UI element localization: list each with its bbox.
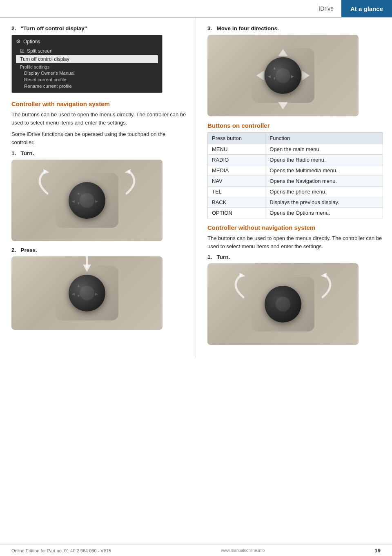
step1-nonav-title: Turn. [217, 254, 230, 260]
turn-right-arrow2-icon [318, 273, 339, 301]
step3-number: 3. [207, 25, 212, 31]
buttons-section-title: Buttons on controller [207, 122, 270, 129]
page-number: 19 [375, 547, 381, 554]
page-header: iDrive At a glance [0, 0, 392, 18]
button-name-cell: MENU [208, 144, 265, 155]
rename-profile-label: Rename current profile [24, 84, 72, 89]
svg-text:▲: ▲ [77, 284, 80, 288]
arrow-up-icon [278, 49, 288, 56]
svg-marker-5 [125, 169, 131, 174]
table-col2-header: Function [265, 133, 383, 144]
button-function-cell: Opens the Options menu. [265, 208, 383, 218]
display-manual-label: Display Owner's Manual [24, 71, 75, 76]
table-row: OPTIONOpens the Options menu. [208, 208, 383, 218]
step1-nonav-heading: 1. Turn. [207, 254, 383, 260]
svg-marker-7 [83, 265, 91, 272]
table-row: BACKDisplays the previous display. [208, 197, 383, 208]
table-row: NAVOpens the Navigation menu. [208, 176, 383, 187]
rename-profile-row: Rename current profile [16, 83, 158, 89]
press-down-arrow-icon [81, 256, 93, 273]
button-name-cell: OPTION [208, 208, 265, 218]
footer-text: Online Edition for Part no. 01 40 2 964 … [11, 548, 111, 553]
button-function-cell: Opens the phone menu. [265, 187, 383, 197]
split-screen-row: Split screen [16, 47, 158, 55]
button-name-cell: BACK [208, 197, 265, 208]
menu-title: Options [23, 39, 40, 44]
step1-number: 1. [11, 150, 16, 156]
button-name-cell: MEDIA [208, 165, 265, 176]
svg-text:▲: ▲ [77, 191, 80, 195]
left-column: 2. "Turn off control display" ⚙ Options … [0, 18, 196, 358]
svg-text:◀: ◀ [72, 199, 75, 203]
profile-section-text: Profile settings [20, 64, 49, 69]
page-footer: Online Edition for Part no. 01 40 2 964 … [0, 545, 392, 556]
svg-text:▶: ▶ [95, 292, 98, 296]
turn-left-arrow2-icon [227, 273, 247, 301]
table-row: RADIOOpens the Radio menu. [208, 155, 383, 165]
controller-knob-turn: ▲ ▼ ◀ ▶ [69, 182, 105, 219]
step2b-number: 2. [11, 247, 16, 253]
controller-nav-heading: Controller with navigation system [11, 100, 187, 107]
table-row: MENUOpen the main menu. [208, 144, 383, 155]
table-col1-header: Press button [208, 133, 265, 144]
svg-text:▼: ▼ [77, 294, 80, 298]
turn-off-label: Turn off control display [20, 56, 69, 62]
watermark-text: www.manualsonline.info [221, 548, 265, 553]
svg-text:▲: ▲ [273, 66, 276, 70]
menu-bar: ⚙ Options [16, 38, 158, 44]
profile-settings-label: Profile settings [16, 63, 158, 70]
body-text-1: The buttons can be used to open the menu… [11, 111, 187, 127]
controller-press-image: ▲ ▼ ◀ ▶ [11, 256, 163, 330]
idrive-label: iDrive [319, 5, 334, 12]
arrow-left-icon [256, 71, 264, 80]
controller-knob-press: ▲ ▼ ◀ ▶ [69, 275, 105, 311]
controller-no-nav-heading: Controller without navigation system [207, 224, 383, 231]
reset-profile-row: Reset current profile [16, 76, 158, 83]
buttons-section-heading: Buttons on controller [207, 122, 383, 129]
step3-heading: 3. Move in four directions. [207, 25, 383, 31]
turn-right-arrow-icon [122, 169, 143, 198]
at-a-glance-label: At a glance [350, 5, 383, 12]
step2b-heading: 2. Press. [11, 247, 187, 253]
button-function-cell: Open the main menu. [265, 144, 383, 155]
controller-directions-image: ▲ ▼ ◀ ▶ [207, 35, 359, 116]
svg-text:▶: ▶ [291, 74, 294, 78]
controller-knob-directions: ▲ ▼ ◀ ▶ [265, 57, 301, 94]
table-row: MEDIAOpens the Multimedia menu. [208, 165, 383, 176]
step1-heading: 1. Turn. [11, 150, 187, 156]
svg-text:▼: ▼ [273, 76, 276, 80]
screen-mockup: ⚙ Options Split screen Turn off control … [11, 35, 163, 93]
main-content: 2. "Turn off control display" ⚙ Options … [0, 18, 392, 358]
right-column: 3. Move in four directions. [196, 18, 392, 358]
button-name-cell: TEL [208, 187, 265, 197]
reset-profile-label: Reset current profile [24, 77, 67, 82]
step2b-title: Press. [21, 247, 38, 253]
gear-icon: ⚙ [16, 38, 21, 44]
button-name-cell: RADIO [208, 155, 265, 165]
step2-title: "Turn off control display" [21, 25, 87, 31]
step2-number: 2. [11, 25, 16, 31]
controller-turn-image: ▲ ▼ ◀ ▶ [11, 160, 163, 241]
table-row: TELOpens the phone menu. [208, 187, 383, 197]
header-idrive: iDrive [312, 0, 341, 17]
button-function-cell: Opens the Radio menu. [265, 155, 383, 165]
svg-text:◀: ◀ [72, 292, 75, 296]
split-screen-label: Split screen [27, 48, 53, 54]
svg-marker-16 [239, 273, 245, 278]
body-text-2: Some iDrive functions can be operated us… [11, 130, 187, 147]
arrow-down-icon [278, 102, 288, 109]
display-manual-row: Display Owner's Manual [16, 70, 158, 76]
step3-title: Move in four directions. [217, 25, 279, 31]
svg-text:▼: ▼ [77, 201, 80, 205]
body-text-3: The buttons can be used to open the menu… [207, 234, 383, 251]
svg-marker-17 [321, 273, 327, 278]
button-function-cell: Opens the Multimedia menu. [265, 165, 383, 176]
controller-nav-title: Controller with navigation system [11, 100, 110, 107]
arrow-right-icon [302, 71, 310, 80]
turn-left-arrow-icon [31, 169, 51, 198]
svg-marker-0 [43, 169, 49, 174]
svg-text:◀: ◀ [268, 74, 271, 78]
turn-off-row: Turn off control display [16, 55, 158, 63]
buttons-table: Press button Function MENUOpen the main … [207, 132, 383, 218]
step2-heading: 2. "Turn off control display" [11, 25, 187, 31]
